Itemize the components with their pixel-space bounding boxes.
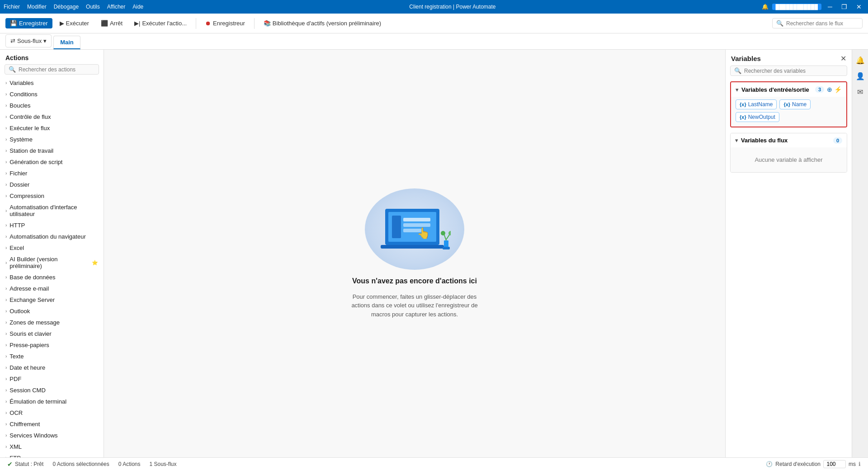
menu-outils[interactable]: Outils: [86, 4, 100, 10]
chevron-down-icon: ▾: [43, 38, 47, 44]
info-icon: ℹ: [859, 461, 861, 467]
svg-rect-7: [381, 245, 444, 249]
user-side-icon[interactable]: 👤: [853, 69, 868, 83]
filter-io-variables-button[interactable]: ⚡: [834, 86, 842, 93]
sidebar-item-23[interactable]: ›Texte: [0, 351, 104, 362]
io-section-header[interactable]: ▾ Variables d'entrée/sortie 3 ⊕ ⚡: [731, 82, 846, 97]
sidebar-item-27[interactable]: ›Émulation de terminal: [0, 396, 104, 407]
status-ready: ✔ Statut : Prêt: [7, 461, 43, 468]
notifications-side-icon[interactable]: 🔔: [853, 53, 868, 67]
stop-button[interactable]: ⬛ Arrêt: [96, 18, 127, 28]
run-action-button[interactable]: ▶| Exécuter l'actio...: [130, 18, 191, 28]
io-variable-items: {x}LastName{x}Name{x}NewOutput: [731, 97, 846, 127]
sidebar-item-18[interactable]: ›Exchange Server: [0, 294, 104, 306]
sidebar-item-3[interactable]: ›Contrôle de flux: [0, 111, 104, 122]
canvas-title: Vous n'avez pas encore d'actions ici: [352, 277, 477, 285]
sidebar-item-15[interactable]: ›AI Builder (version préliminaire)⭐: [0, 254, 104, 272]
chevron-right-icon: ›: [5, 456, 7, 457]
flow-variables-section: ▾ Variables du flux 0 Aucune variable à …: [730, 133, 847, 173]
user-account[interactable]: ████████████: [772, 4, 822, 10]
save-button[interactable]: 💾 Enregistrer: [5, 18, 52, 28]
recorder-button[interactable]: ⏺ Enregistreur: [201, 18, 250, 28]
variable-chip-lastname[interactable]: {x}LastName: [736, 99, 777, 109]
toolbar-search-input[interactable]: [786, 20, 859, 27]
add-io-variable-button[interactable]: ⊕: [827, 86, 832, 93]
clock-icon: 🕐: [766, 461, 773, 467]
sidebar-item-25[interactable]: ›PDF: [0, 373, 104, 385]
toolbar: 💾 Enregistrer ▶ Exécuter ⬛ Arrêt ▶| Exéc…: [0, 14, 868, 33]
sidebar-item-0[interactable]: ›Variables: [0, 77, 104, 89]
chevron-right-icon: ›: [5, 297, 7, 302]
sidebar-item-9[interactable]: ›Dossier: [0, 179, 104, 190]
subflow-dropdown[interactable]: ⇄ Sous-flux ▾: [5, 34, 52, 47]
flow-variables-empty: Aucune variable à afficher: [731, 147, 847, 172]
sidebar-item-22[interactable]: ›Presse-papiers: [0, 339, 104, 351]
chevron-right-icon: ›: [5, 182, 7, 187]
sidebar-item-32[interactable]: ›FTP: [0, 452, 104, 457]
canvas-subtitle: Pour commencer, faites un glisser-déplac…: [351, 292, 478, 319]
sidebar-item-13[interactable]: ›Automatisation du navigateur: [0, 231, 104, 242]
sidebar-item-7[interactable]: ›Génération de script: [0, 156, 104, 168]
sidebar-item-19[interactable]: ›Outlook: [0, 306, 104, 317]
variables-search: 🔍: [730, 66, 847, 76]
close-button[interactable]: ✕: [854, 3, 864, 10]
run-button[interactable]: ▶ Exécuter: [55, 18, 94, 28]
sidebar-item-29[interactable]: ›Chiffrement: [0, 418, 104, 430]
sidebar-item-28[interactable]: ›OCR: [0, 407, 104, 418]
delay-control: 🕐 Retard d'exécution ms ℹ: [766, 460, 861, 468]
chevron-right-icon: ›: [5, 286, 7, 291]
sidebar-item-11[interactable]: ›Automatisation d'interface utilisateur: [0, 202, 104, 220]
delay-input[interactable]: [823, 460, 846, 468]
library-button[interactable]: 📚 Bibliothèque d'actifs (version prélimi…: [259, 18, 386, 28]
variables-header: Variables ✕: [726, 50, 852, 66]
menu-aide[interactable]: Aide: [132, 4, 143, 10]
sidebar-item-21[interactable]: ›Souris et clavier: [0, 328, 104, 339]
tab-main[interactable]: Main: [53, 36, 80, 49]
window-title: Client registration | Power Automate: [409, 4, 495, 10]
sidebar-item-4[interactable]: ›Exécuter le flux: [0, 122, 104, 134]
chevron-right-icon: ›: [5, 103, 7, 108]
menu-afficher[interactable]: Afficher: [107, 4, 125, 10]
variables-search-input[interactable]: [744, 68, 826, 74]
sidebar-item-26[interactable]: ›Session CMD: [0, 385, 104, 396]
delay-label: Retard d'exécution: [775, 461, 821, 467]
variable-chip-newoutput[interactable]: {x}NewOutput: [736, 112, 779, 122]
maximize-button[interactable]: ❐: [839, 3, 850, 10]
flow-section-header[interactable]: ▾ Variables du flux 0: [731, 133, 847, 147]
menu-modifier[interactable]: Modifier: [27, 4, 47, 10]
chevron-right-icon: ›: [5, 208, 7, 213]
sidebar-item-2[interactable]: ›Boucles: [0, 100, 104, 111]
ai-builder-badge: ⭐: [92, 260, 98, 266]
sidebar-search-input[interactable]: [19, 66, 86, 73]
actions-sidebar: Actions 🔍 ›Variables›Conditions›Boucles›…: [0, 50, 104, 457]
sidebar-item-14[interactable]: ›Excel: [0, 242, 104, 254]
sidebar-item-24[interactable]: ›Date et heure: [0, 362, 104, 373]
minimize-button[interactable]: ─: [825, 3, 835, 10]
sidebar-item-6[interactable]: ›Station de travail: [0, 145, 104, 156]
menu-debogage[interactable]: Débogage: [54, 4, 79, 10]
sidebar-item-12[interactable]: ›HTTP: [0, 220, 104, 231]
sidebar-search: 🔍: [5, 64, 99, 75]
chevron-right-icon: ›: [5, 114, 7, 119]
notification-icon[interactable]: 🔔: [762, 4, 769, 10]
chevron-right-icon: ›: [5, 234, 7, 239]
ready-icon: ✔: [7, 461, 13, 468]
sidebar-item-31[interactable]: ›XML: [0, 441, 104, 452]
sidebar-item-20[interactable]: ›Zones de message: [0, 317, 104, 328]
menu-fichier[interactable]: Fichier: [4, 4, 20, 10]
delay-unit: ms: [849, 461, 856, 467]
variables-close-button[interactable]: ✕: [840, 54, 846, 63]
mail-side-icon[interactable]: ✉: [854, 85, 866, 99]
chevron-right-icon: ›: [5, 80, 7, 85]
variable-chip-name[interactable]: {x}Name: [779, 99, 811, 109]
right-section: Variables ✕ 🔍 ▾ Variables d'entrée/sorti…: [725, 50, 868, 457]
sidebar-item-10[interactable]: ›Compression: [0, 190, 104, 202]
sidebar-item-5[interactable]: ›Système: [0, 134, 104, 145]
sidebar-item-1[interactable]: ›Conditions: [0, 89, 104, 100]
svg-rect-3: [403, 218, 430, 221]
sidebar-item-8[interactable]: ›Fichier: [0, 168, 104, 179]
title-bar: Fichier Modifier Débogage Outils Affiche…: [0, 0, 868, 14]
sidebar-item-17[interactable]: ›Adresse e-mail: [0, 283, 104, 294]
sidebar-item-30[interactable]: ›Services Windows: [0, 430, 104, 441]
sidebar-item-16[interactable]: ›Base de données: [0, 272, 104, 283]
